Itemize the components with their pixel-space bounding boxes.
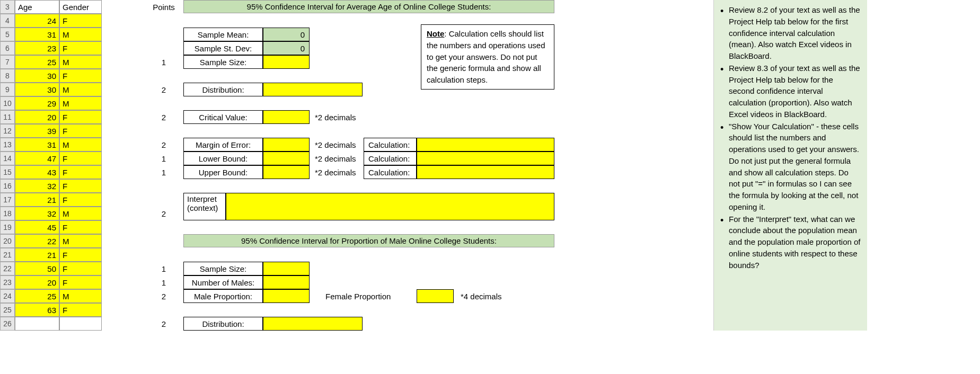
- points-cell[interactable]: 2: [144, 317, 183, 331]
- points-cell[interactable]: [144, 193, 183, 207]
- sample-mean-cell[interactable]: 0: [263, 28, 310, 41]
- males-cell[interactable]: [263, 275, 310, 289]
- row-header[interactable]: 10: [0, 96, 15, 110]
- points-cell[interactable]: 1: [144, 165, 183, 179]
- points-cell[interactable]: [144, 69, 183, 83]
- points-cell[interactable]: [144, 303, 183, 317]
- row-header[interactable]: 19: [0, 220, 15, 234]
- gender-cell[interactable]: F: [59, 152, 102, 165]
- points-cell[interactable]: 1: [144, 262, 183, 275]
- interpret-cell[interactable]: [226, 193, 554, 220]
- gender-cell[interactable]: M: [59, 96, 102, 110]
- gender-header[interactable]: Gender: [59, 0, 102, 14]
- points-cell[interactable]: 2: [144, 138, 183, 152]
- gender-cell[interactable]: F: [59, 110, 102, 124]
- gender-cell[interactable]: F: [59, 14, 102, 28]
- gender-cell[interactable]: F: [59, 248, 102, 262]
- gender-cell[interactable]: F: [59, 165, 102, 179]
- points-cell[interactable]: 2: [144, 207, 183, 220]
- points-cell[interactable]: 1: [144, 55, 183, 69]
- row-header[interactable]: 13: [0, 138, 15, 152]
- moe-calc-cell[interactable]: [417, 138, 554, 152]
- gender-cell[interactable]: F: [59, 262, 102, 275]
- age-cell[interactable]: 29: [15, 96, 59, 110]
- critical-value-cell[interactable]: [263, 110, 310, 124]
- distribution-cell[interactable]: [263, 83, 363, 96]
- gender-cell[interactable]: M: [59, 83, 102, 96]
- gender-cell[interactable]: [59, 317, 102, 331]
- age-cell[interactable]: 24: [15, 14, 59, 28]
- lb-calc-cell[interactable]: [417, 152, 554, 165]
- mprop-cell[interactable]: [263, 289, 310, 303]
- points-cell[interactable]: [144, 14, 183, 28]
- row-header[interactable]: 4: [0, 14, 15, 28]
- age-cell[interactable]: [15, 317, 59, 331]
- gender-cell[interactable]: M: [59, 55, 102, 69]
- age-cell[interactable]: 30: [15, 69, 59, 83]
- age-cell[interactable]: 32: [15, 179, 59, 193]
- age-cell[interactable]: 50: [15, 262, 59, 275]
- gender-cell[interactable]: M: [59, 234, 102, 248]
- points-cell[interactable]: 2: [144, 289, 183, 303]
- age-cell[interactable]: 43: [15, 165, 59, 179]
- row-header[interactable]: 18: [0, 207, 15, 220]
- size2-cell[interactable]: [263, 262, 310, 275]
- age-cell[interactable]: 32: [15, 207, 59, 220]
- points-cell[interactable]: 1: [144, 275, 183, 289]
- age-cell[interactable]: 25: [15, 55, 59, 69]
- points-header[interactable]: Points: [144, 0, 183, 14]
- row-header[interactable]: 14: [0, 152, 15, 165]
- ub-calc-cell[interactable]: [417, 165, 554, 179]
- age-header[interactable]: Age: [15, 0, 59, 14]
- gender-cell[interactable]: F: [59, 275, 102, 289]
- dist2-cell[interactable]: [263, 317, 363, 331]
- age-cell[interactable]: 30: [15, 83, 59, 96]
- age-cell[interactable]: 63: [15, 303, 59, 317]
- gender-cell[interactable]: F: [59, 303, 102, 317]
- row-header[interactable]: 21: [0, 248, 15, 262]
- age-cell[interactable]: 21: [15, 193, 59, 207]
- row-header[interactable]: 7: [0, 55, 15, 69]
- row-header[interactable]: 23: [0, 275, 15, 289]
- gender-cell[interactable]: M: [59, 28, 102, 41]
- gender-cell[interactable]: F: [59, 41, 102, 55]
- age-cell[interactable]: 22: [15, 234, 59, 248]
- gender-cell[interactable]: F: [59, 193, 102, 207]
- age-cell[interactable]: 25: [15, 289, 59, 303]
- row-header[interactable]: 11: [0, 110, 15, 124]
- row-header[interactable]: 16: [0, 179, 15, 193]
- moe-cell[interactable]: [263, 138, 310, 152]
- gender-cell[interactable]: M: [59, 289, 102, 303]
- row-header[interactable]: 3: [0, 0, 15, 14]
- age-cell[interactable]: 23: [15, 41, 59, 55]
- lb-cell[interactable]: [263, 152, 310, 165]
- fprop-cell[interactable]: [417, 289, 454, 303]
- age-cell[interactable]: 39: [15, 124, 59, 138]
- sample-std-cell[interactable]: 0: [263, 41, 310, 55]
- row-header[interactable]: 15: [0, 165, 15, 179]
- age-cell[interactable]: 31: [15, 28, 59, 41]
- row-header[interactable]: 17: [0, 193, 15, 207]
- gender-cell[interactable]: F: [59, 220, 102, 234]
- ub-cell[interactable]: [263, 165, 310, 179]
- points-cell[interactable]: 2: [144, 110, 183, 124]
- age-cell[interactable]: 47: [15, 152, 59, 165]
- points-cell[interactable]: [144, 96, 183, 110]
- sample-size-cell[interactable]: [263, 55, 310, 69]
- age-cell[interactable]: 45: [15, 220, 59, 234]
- row-header[interactable]: 8: [0, 69, 15, 83]
- points-cell[interactable]: [144, 220, 183, 234]
- age-cell[interactable]: 20: [15, 110, 59, 124]
- gender-cell[interactable]: F: [59, 179, 102, 193]
- row-header[interactable]: 24: [0, 289, 15, 303]
- points-cell[interactable]: [144, 28, 183, 41]
- points-cell[interactable]: [144, 234, 183, 248]
- row-header[interactable]: 6: [0, 41, 15, 55]
- points-cell[interactable]: 2: [144, 83, 183, 96]
- row-header[interactable]: 12: [0, 124, 15, 138]
- age-cell[interactable]: 20: [15, 275, 59, 289]
- row-header[interactable]: 5: [0, 28, 15, 41]
- row-header[interactable]: 9: [0, 83, 15, 96]
- row-header[interactable]: 22: [0, 262, 15, 275]
- gender-cell[interactable]: M: [59, 207, 102, 220]
